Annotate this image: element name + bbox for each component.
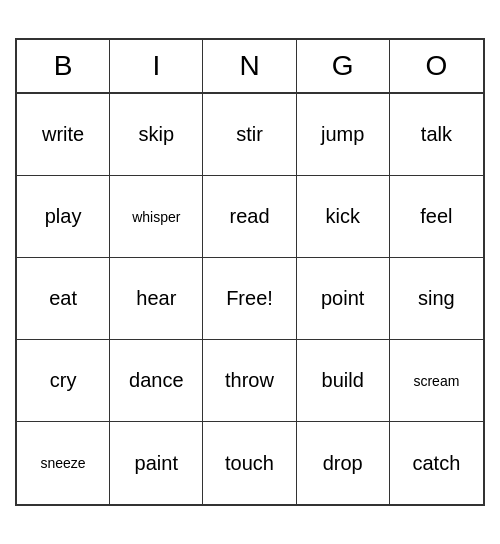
cell-text-23: drop bbox=[323, 452, 363, 475]
bingo-cell-15[interactable]: cry bbox=[17, 340, 110, 422]
bingo-cell-2[interactable]: stir bbox=[203, 94, 296, 176]
header-letter-i: I bbox=[110, 40, 203, 92]
cell-text-19: scream bbox=[413, 373, 459, 389]
bingo-cell-17[interactable]: throw bbox=[203, 340, 296, 422]
cell-text-17: throw bbox=[225, 369, 274, 392]
bingo-cell-6[interactable]: whisper bbox=[110, 176, 203, 258]
cell-text-2: stir bbox=[236, 123, 263, 146]
bingo-cell-4[interactable]: talk bbox=[390, 94, 483, 176]
cell-text-3: jump bbox=[321, 123, 364, 146]
bingo-cell-21[interactable]: paint bbox=[110, 422, 203, 504]
bingo-cell-0[interactable]: write bbox=[17, 94, 110, 176]
header-letter-b: B bbox=[17, 40, 110, 92]
cell-text-20: sneeze bbox=[41, 455, 86, 471]
cell-text-11: hear bbox=[136, 287, 176, 310]
bingo-header: BINGO bbox=[17, 40, 483, 94]
bingo-cell-24[interactable]: catch bbox=[390, 422, 483, 504]
cell-text-9: feel bbox=[420, 205, 452, 228]
cell-text-16: dance bbox=[129, 369, 184, 392]
cell-text-14: sing bbox=[418, 287, 455, 310]
header-letter-o: O bbox=[390, 40, 483, 92]
bingo-cell-7[interactable]: read bbox=[203, 176, 296, 258]
bingo-cell-11[interactable]: hear bbox=[110, 258, 203, 340]
cell-text-15: cry bbox=[50, 369, 77, 392]
bingo-cell-5[interactable]: play bbox=[17, 176, 110, 258]
bingo-cell-23[interactable]: drop bbox=[297, 422, 390, 504]
bingo-cell-16[interactable]: dance bbox=[110, 340, 203, 422]
cell-text-18: build bbox=[322, 369, 364, 392]
bingo-cell-14[interactable]: sing bbox=[390, 258, 483, 340]
bingo-cell-22[interactable]: touch bbox=[203, 422, 296, 504]
bingo-cell-3[interactable]: jump bbox=[297, 94, 390, 176]
cell-text-21: paint bbox=[135, 452, 178, 475]
cell-text-7: read bbox=[229, 205, 269, 228]
header-letter-g: G bbox=[297, 40, 390, 92]
bingo-cell-18[interactable]: build bbox=[297, 340, 390, 422]
cell-text-8: kick bbox=[325, 205, 359, 228]
cell-text-4: talk bbox=[421, 123, 452, 146]
bingo-cell-10[interactable]: eat bbox=[17, 258, 110, 340]
cell-text-12: Free! bbox=[226, 287, 273, 310]
bingo-grid: writeskipstirjumptalkplaywhisperreadkick… bbox=[17, 94, 483, 504]
bingo-cell-12[interactable]: Free! bbox=[203, 258, 296, 340]
cell-text-1: skip bbox=[139, 123, 175, 146]
cell-text-10: eat bbox=[49, 287, 77, 310]
bingo-cell-20[interactable]: sneeze bbox=[17, 422, 110, 504]
bingo-card: BINGO writeskipstirjumptalkplaywhisperre… bbox=[15, 38, 485, 506]
cell-text-22: touch bbox=[225, 452, 274, 475]
bingo-cell-8[interactable]: kick bbox=[297, 176, 390, 258]
bingo-cell-1[interactable]: skip bbox=[110, 94, 203, 176]
cell-text-5: play bbox=[45, 205, 82, 228]
cell-text-24: catch bbox=[412, 452, 460, 475]
bingo-cell-19[interactable]: scream bbox=[390, 340, 483, 422]
bingo-cell-9[interactable]: feel bbox=[390, 176, 483, 258]
bingo-cell-13[interactable]: point bbox=[297, 258, 390, 340]
cell-text-0: write bbox=[42, 123, 84, 146]
cell-text-6: whisper bbox=[132, 209, 180, 225]
header-letter-n: N bbox=[203, 40, 296, 92]
cell-text-13: point bbox=[321, 287, 364, 310]
